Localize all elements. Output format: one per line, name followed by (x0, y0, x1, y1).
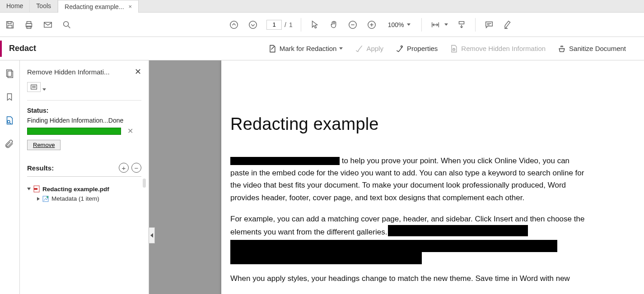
status-label: Status: (27, 107, 141, 114)
page-total: 1 (289, 21, 293, 28)
caret-down-icon[interactable] (42, 88, 46, 91)
tab-tools[interactable]: Tools (30, 0, 58, 12)
svg-point-16 (7, 120, 10, 123)
svg-rect-17 (31, 85, 37, 89)
triangle-left-icon (150, 233, 153, 238)
properties-button[interactable]: Properties (395, 44, 438, 53)
panel-title: Remove Hidden Informati... (27, 68, 110, 76)
tree-file-row[interactable]: Redacting example.pdf (27, 184, 141, 194)
collapse-all-button[interactable]: − (131, 163, 141, 173)
sanitize-document-button[interactable]: Sanitize Document (557, 44, 626, 53)
mark-for-redaction-button[interactable]: Mark for Redaction (268, 44, 343, 53)
main-toolbar: / 1 100% (0, 13, 644, 37)
content-area: Remove Hidden Informati... ✕ Status: Fin… (0, 60, 644, 294)
svg-rect-11 (459, 21, 464, 24)
select-arrow-icon[interactable] (309, 19, 320, 30)
thumbnails-icon[interactable] (5, 69, 15, 79)
zoom-out-icon[interactable] (347, 19, 358, 30)
apply-button: Apply (355, 44, 383, 53)
panel-gutter (149, 60, 158, 294)
svg-point-12 (401, 46, 402, 47)
redaction-mark (230, 252, 422, 264)
save-icon[interactable] (5, 19, 15, 30)
tree-scrollbar[interactable] (143, 179, 146, 188)
close-tab-icon[interactable]: × (129, 3, 132, 10)
comment-icon[interactable] (484, 19, 495, 30)
caret-down-icon (339, 47, 343, 50)
document-title: Redacting example (230, 115, 587, 134)
hidden-info-icon[interactable] (5, 115, 15, 126)
scroll-mode-icon[interactable] (456, 19, 467, 30)
page-current-input[interactable] (266, 20, 282, 30)
close-panel-icon[interactable]: ✕ (135, 67, 141, 77)
remove-hidden-info-button[interactable]: Remove Hidden Information (449, 44, 546, 53)
document-page: Redacting example to help you prove your… (221, 60, 644, 294)
document-viewport[interactable]: Redacting example to help you prove your… (158, 60, 644, 294)
tab-home[interactable]: Home (0, 0, 30, 12)
tree-metadata-label: Metadata (1 item) (51, 195, 99, 202)
paragraph-1: to help you prove your point. When you c… (230, 155, 587, 204)
svg-point-6 (64, 21, 69, 26)
expand-all-button[interactable]: + (119, 163, 129, 173)
hand-pan-icon[interactable] (328, 19, 339, 30)
page-up-icon[interactable] (229, 19, 239, 30)
search-icon[interactable] (61, 19, 72, 30)
fit-width-icon[interactable] (430, 19, 441, 30)
page-sep: / (285, 21, 286, 28)
tree-metadata-row[interactable]: Metadata (1 item) (27, 194, 141, 203)
redact-toolbar: Redact Mark for Redaction Apply Properti… (0, 37, 644, 60)
caret-down-icon (407, 23, 411, 26)
page-down-icon[interactable] (247, 19, 258, 30)
results-tree: Redacting example.pdf Metadata (1 item) (27, 184, 141, 203)
zoom-in-icon[interactable] (366, 19, 377, 30)
panel-options-button[interactable] (27, 82, 41, 92)
svg-point-7 (230, 21, 238, 28)
chevron-right-icon[interactable] (37, 197, 40, 201)
redact-title: Redact (9, 44, 36, 53)
paragraph-2: For example, you can add a matching cove… (230, 213, 587, 238)
tab-document[interactable]: Redacting example... × (58, 0, 139, 13)
tree-file-name: Redacting example.pdf (42, 186, 109, 193)
svg-rect-1 (8, 25, 12, 28)
redaction-mark (230, 240, 557, 252)
remove-hidden-panel: Remove Hidden Informati... ✕ Status: Fin… (20, 60, 149, 294)
svg-rect-4 (27, 26, 31, 28)
bookmark-icon[interactable] (5, 92, 15, 103)
accent-bar (0, 41, 2, 57)
pdf-file-icon (33, 185, 40, 193)
svg-rect-5 (44, 22, 52, 27)
left-rail (0, 60, 20, 294)
highlight-icon[interactable] (503, 19, 513, 30)
metadata-icon (42, 196, 49, 202)
redaction-mark (230, 157, 340, 165)
svg-point-21 (47, 196, 48, 198)
collapse-panel-button[interactable] (149, 227, 155, 243)
svg-rect-3 (27, 21, 31, 23)
status-text: Finding Hidden Information...Done (27, 117, 141, 124)
print-icon[interactable] (23, 19, 34, 30)
zoom-level[interactable]: 100% (385, 20, 413, 29)
svg-rect-0 (8, 21, 11, 23)
progress-bar (27, 128, 121, 135)
email-icon[interactable] (42, 19, 53, 30)
chevron-down-icon[interactable] (27, 188, 31, 190)
caret-down-icon[interactable] (444, 23, 448, 26)
redaction-mark (388, 225, 528, 236)
tab-strip: Home Tools Redacting example... × (0, 0, 644, 13)
remove-button[interactable]: Remove (27, 140, 61, 150)
cancel-progress-icon[interactable]: ✕ (127, 127, 133, 135)
svg-point-8 (249, 21, 257, 28)
svg-rect-19 (34, 188, 37, 190)
paragraph-3: When you apply styles, your headings cha… (230, 272, 587, 285)
page-indicator: / 1 (266, 20, 293, 30)
attachment-icon[interactable] (5, 139, 15, 150)
results-label: Results: (27, 164, 54, 172)
